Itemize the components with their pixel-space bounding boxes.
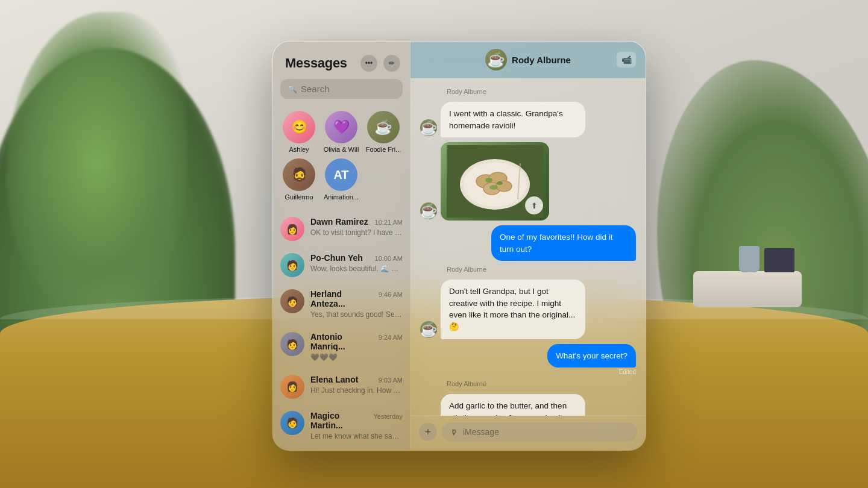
elena-avatar: 👩: [280, 375, 304, 399]
convo-pochun[interactable]: 🧑 Po-Chun Yeh 10:00 AM Wow, looks beauti…: [273, 247, 410, 283]
message-row-image: ☕: [420, 142, 636, 221]
video-call-button[interactable]: 📹: [617, 52, 636, 67]
pochun-avatar: 🧑: [280, 253, 304, 277]
magico-preview: Let me know what she says! Here's anothe…: [310, 431, 403, 442]
elena-time: 9:03 AM: [379, 377, 403, 384]
input-placeholder: iMessage: [463, 427, 499, 437]
svg-point-9: [489, 185, 498, 190]
pinned-olivia-will[interactable]: 💜 Olivia & Will: [322, 111, 360, 154]
dawn-top: Dawn Ramirez 10:21 AM: [310, 217, 403, 227]
chat-contact-info[interactable]: ☕ Rody Alburne: [485, 49, 571, 70]
elena-name: Elena Lanot: [310, 375, 358, 384]
pinned-contacts: 😊 Ashley 💜 Olivia & Will ☕ Foodie Fri...…: [273, 106, 410, 208]
ashley-name: Ashley: [289, 146, 309, 154]
herland-name: Herland Anteza...: [310, 289, 379, 308]
rody-avatar-small-3: ☕: [420, 321, 437, 338]
chat-panel: ☕ Rody Alburne 📹 Rody Alburne ☕ I went w…: [410, 42, 646, 450]
dawn-preview: OK to visit tonight? I have some things …: [310, 228, 403, 238]
microphone-icon[interactable]: 🎙: [450, 428, 458, 437]
convo-herland[interactable]: 🧑 Herland Anteza... 9:46 AM Yes, that so…: [273, 283, 410, 326]
messages-window: Messages ••• ✏ 🔍 Search 😊 Ashley 💜 Olivi…: [272, 41, 646, 451]
message-sender-label-3: Rody Alburne: [420, 266, 636, 273]
message-row-5: ☕ Add garlic to the butter, and then sti…: [420, 394, 636, 416]
chat-contact-name: Rody Alburne: [512, 55, 571, 65]
more-options-button[interactable]: •••: [360, 55, 377, 72]
bubble-1: I went with a classic. Grandpa's homemad…: [441, 102, 585, 137]
herland-time: 9:46 AM: [379, 291, 403, 298]
foodie-fri-name: Foodie Fri...: [366, 146, 401, 154]
magico-top: Magico Martin... Yesterday: [310, 411, 403, 430]
message-image[interactable]: ⬆: [441, 142, 549, 221]
input-area: + 🎙 iMessage: [410, 416, 646, 450]
animation-name: Animation...: [324, 193, 359, 201]
convo-dawn[interactable]: 👩 Dawn Ramirez 10:21 AM OK to visit toni…: [273, 211, 410, 247]
guillermo-avatar: 🧔: [283, 158, 315, 191]
side-table-decoration: [693, 271, 802, 307]
compose-button[interactable]: ✏: [383, 55, 400, 72]
antonio-avatar: 🧑: [280, 332, 304, 356]
convo-magico[interactable]: 🧑 Magico Martin... Yesterday Let me know…: [273, 405, 410, 448]
message-sender-label-5: Rody Alburne: [420, 380, 636, 387]
message-row-4: What's your secret? Edited: [420, 344, 636, 376]
herland-avatar: 🧑: [280, 289, 304, 313]
add-attachment-button[interactable]: +: [419, 423, 437, 441]
bubble-2: One of my favorites!! How did it turn ou…: [491, 225, 636, 261]
search-icon: 🔍: [288, 84, 297, 93]
pinned-foodie-fri[interactable]: ☕ Foodie Fri...: [365, 111, 402, 154]
chat-header: ☕ Rody Alburne 📹: [410, 42, 646, 78]
guillermo-name: Guillermo: [285, 193, 313, 201]
pochun-top: Po-Chun Yeh 10:00 AM: [310, 253, 403, 263]
rody-avatar-small-img: ☕: [420, 202, 437, 219]
svg-point-7: [485, 178, 492, 183]
search-placeholder: Search: [301, 84, 330, 94]
message-input[interactable]: 🎙 iMessage: [442, 422, 637, 442]
mug-decoration: [739, 246, 760, 272]
svg-point-8: [497, 181, 503, 185]
magico-avatar: 🧑: [280, 411, 304, 435]
antonio-content: Antonio Manriq... 9:24 AM 🖤🖤🖤: [310, 332, 403, 363]
elena-content: Elena Lanot 9:03 AM Hi! Just checking in…: [310, 375, 403, 396]
bubble-3: Don't tell Grandpa, but I got creative w…: [441, 280, 585, 339]
sidebar: Messages ••• ✏ 🔍 Search 😊 Ashley 💜 Olivi…: [273, 42, 410, 450]
sidebar-title: Messages: [285, 55, 347, 71]
conversation-list: 👩 Dawn Ramirez 10:21 AM OK to visit toni…: [273, 208, 410, 450]
message-row-1: ☕ I went with a classic. Grandpa's homem…: [420, 102, 636, 137]
pochun-content: Po-Chun Yeh 10:00 AM Wow, looks beautifu…: [310, 253, 403, 274]
pochun-time: 10:00 AM: [375, 255, 403, 262]
pinned-ashley[interactable]: 😊 Ashley: [280, 111, 318, 154]
convo-elena[interactable]: 👩 Elena Lanot 9:03 AM Hi! Just checking …: [273, 369, 410, 405]
sent-bubble-edited-container: What's your secret? Edited: [547, 344, 636, 376]
dawn-name: Dawn Ramirez: [310, 217, 368, 227]
pochun-preview: Wow, looks beautiful. 🌊 Here's a photo o…: [310, 264, 403, 274]
pinned-guillermo[interactable]: 🧔 Guillermo: [280, 158, 318, 201]
antonio-name: Antonio Manriq...: [310, 332, 379, 351]
magico-time: Yesterday: [373, 413, 403, 420]
olivia-will-avatar: 💜: [325, 111, 357, 143]
plus-icon: +: [425, 426, 432, 439]
foodie-fri-avatar: ☕: [367, 111, 400, 143]
magico-name: Magico Martin...: [310, 411, 373, 430]
elena-top: Elena Lanot 9:03 AM: [310, 375, 403, 384]
dawn-time: 10:21 AM: [375, 219, 403, 226]
message-row-2: One of my favorites!! How did it turn ou…: [420, 225, 636, 261]
message-row-3: ☕ Don't tell Grandpa, but I got creative…: [420, 280, 636, 339]
chat-contact-avatar: ☕: [485, 49, 507, 70]
search-bar[interactable]: 🔍 Search: [280, 79, 403, 99]
pinned-animation[interactable]: AT Animation...: [322, 158, 360, 201]
herland-content: Herland Anteza... 9:46 AM Yes, that soun…: [310, 289, 403, 320]
bubble-4: What's your secret?: [547, 344, 636, 368]
bubble-5: Add garlic to the butter, and then stir …: [441, 394, 585, 416]
animation-avatar: AT: [325, 158, 357, 191]
antonio-time: 9:24 AM: [379, 334, 403, 341]
elena-preview: Hi! Just checking in. How did it go?: [310, 386, 403, 396]
ashley-avatar: 😊: [283, 111, 315, 143]
convo-antonio[interactable]: 🧑 Antonio Manriq... 9:24 AM 🖤🖤🖤: [273, 326, 410, 369]
sidebar-header: Messages ••• ✏: [273, 42, 410, 79]
dawn-avatar: 👩: [280, 217, 304, 241]
share-image-button[interactable]: ⬆: [525, 196, 543, 214]
edited-label: Edited: [619, 369, 636, 375]
magico-content: Magico Martin... Yesterday Let me know w…: [310, 411, 403, 442]
books-decoration: [764, 248, 794, 272]
herland-top: Herland Anteza... 9:46 AM: [310, 289, 403, 308]
sidebar-icon-group: ••• ✏: [360, 55, 400, 72]
